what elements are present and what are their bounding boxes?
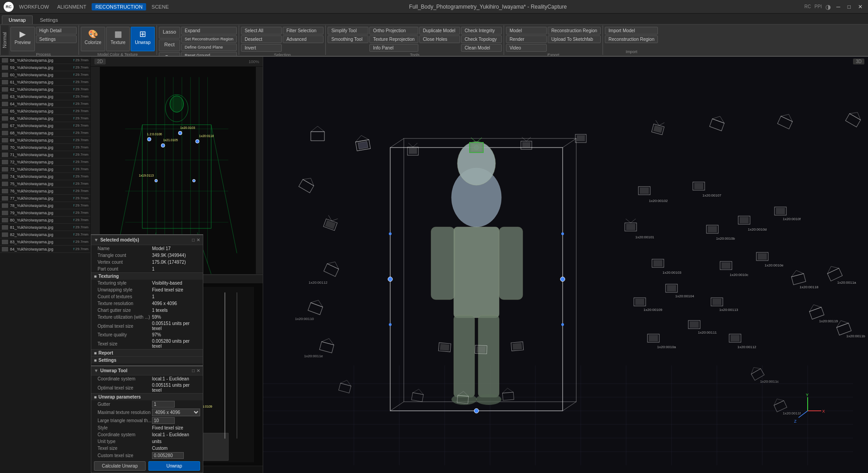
unwrap-execute-button[interactable]: Unwrap	[148, 461, 200, 471]
set-reconstruction-button[interactable]: Set Reconstruction Region	[181, 35, 237, 43]
image-list-item[interactable]: 82_YukhiroIwayama.jpg f 29.7mm	[0, 231, 90, 238]
colorize-button[interactable]: 🎨 Colorize	[81, 27, 106, 51]
ortho-projection-button[interactable]: Ortho Projection	[369, 27, 418, 34]
svg-rect-207	[512, 343, 522, 350]
view-3d-panel[interactable]: 3D	[263, 57, 868, 473]
svg-rect-109	[471, 144, 481, 151]
selection-group: Select All Deselect Invert Filter Select…	[239, 25, 326, 55]
check-topology-button[interactable]: Check Topology	[461, 35, 502, 43]
large-triangle-input[interactable]	[152, 417, 175, 424]
image-list-item[interactable]: 77_YukhiroIwayama.jpg f 29.7mm	[0, 195, 90, 202]
lasso-button[interactable]: Lasso	[159, 27, 180, 39]
svg-text:1x20:0011c: 1x20:0011c	[760, 379, 779, 384]
image-list-item[interactable]: 80_YukhiroIwayama.jpg f 29.7mm	[0, 217, 90, 224]
image-list-item[interactable]: 66_YukhiroIwayama.jpg f 29.7mm	[0, 115, 90, 122]
info-panel-button[interactable]: Info Panel	[369, 44, 418, 52]
image-list-item[interactable]: 81_YukhiroIwayama.jpg f 29.7mm	[0, 224, 90, 231]
gutter-input[interactable]	[152, 401, 175, 408]
reconstruction-region-export-button[interactable]: Reconstruction Region	[548, 27, 601, 34]
define-ground-button[interactable]: Define Ground Plane	[181, 44, 237, 51]
model-panel-restore[interactable]: □	[192, 237, 195, 242]
duplicate-model-button[interactable]: Duplicate Model	[419, 27, 460, 34]
report-section-header[interactable]: ■ Report	[91, 349, 203, 356]
image-list-item[interactable]: 68_YukhiroIwayama.jpg f 29.7mm	[0, 129, 90, 137]
texture-resolution-select[interactable]: 4096 x 4096	[152, 409, 200, 416]
unwrap-tool-close[interactable]: ✕	[196, 368, 200, 373]
image-list-item[interactable]: 76_YukhiroIwayama.jpg f 29.7mm	[0, 187, 90, 195]
close-holes-button[interactable]: Close Holes	[419, 35, 460, 43]
upload-sketchfab-button[interactable]: Upload To Sketchfab	[548, 35, 601, 43]
svg-rect-107	[409, 148, 417, 154]
image-list-item[interactable]: 71_YukhiroIwayama.jpg f 29.7mm	[0, 151, 90, 158]
tab-unwrap[interactable]: Unwrap	[2, 15, 33, 24]
menu-scene[interactable]: SCENE	[149, 3, 172, 10]
tab-settings[interactable]: Settings	[34, 16, 64, 24]
image-list-item[interactable]: 70_YukhiroIwayama.jpg f 29.7mm	[0, 144, 90, 151]
image-list-item[interactable]: 60_YukhiroIwayama.jpg f 29.7mm	[0, 71, 90, 79]
texture-button[interactable]: ▦ Texture	[106, 27, 130, 51]
simplify-tool-button[interactable]: Simplify Tool	[328, 27, 368, 34]
image-list-item[interactable]: 78_YukhiroIwayama.jpg f 29.7mm	[0, 202, 90, 209]
clean-model-button[interactable]: Clean Model	[461, 44, 502, 52]
theme-toggle[interactable]: ◑	[825, 3, 831, 10]
svg-rect-155	[740, 217, 749, 223]
image-list-item[interactable]: 69_YukhiroIwayama.jpg f 29.7mm	[0, 137, 90, 144]
calculate-unwrap-button[interactable]: Calculate Unwrap	[94, 461, 146, 471]
image-list-item[interactable]: 75_YukhiroIwayama.jpg f 29.7mm	[0, 180, 90, 187]
svg-point-16	[170, 96, 184, 112]
select-all-button[interactable]: Select All	[241, 27, 282, 34]
image-list-item[interactable]: 72_YukhiroIwayama.jpg f 29.7mm	[0, 158, 90, 166]
image-list-item[interactable]: 61_YukhiroIwayama.jpg f 29.7mm	[0, 79, 90, 86]
texturing-section-header[interactable]: ■ Texturing	[91, 272, 203, 280]
minimize-button[interactable]: ─	[834, 4, 842, 10]
filter-selection-button[interactable]: Filter Selection	[283, 27, 324, 34]
menu-workflow[interactable]: WORKFLOW	[16, 3, 52, 10]
image-list-item[interactable]: 65_YukhiroIwayama.jpg f 29.7mm	[0, 108, 90, 115]
reconstruction-region-import-button[interactable]: Reconstruction Region	[605, 35, 658, 43]
toolbar: Unwrap Settings Normal ▶ Preview High De…	[0, 14, 868, 57]
image-list-item[interactable]: 62_YukhiroIwayama.jpg f 29.7mm	[0, 86, 90, 93]
image-list-item[interactable]: 74_YukhiroIwayama.jpg f 29.7mm	[0, 173, 90, 180]
image-list-item[interactable]: 63_YukhiroIwayama.jpg f 29.7mm	[0, 93, 90, 100]
model-panel-close[interactable]: ✕	[196, 237, 200, 242]
expand-button[interactable]: Expand	[181, 27, 237, 34]
maximize-button[interactable]: □	[846, 4, 853, 10]
svg-text:1.2:0.0106: 1.2:0.0106	[147, 133, 162, 136]
preview-button[interactable]: ▶ Preview	[10, 27, 35, 51]
advanced-button[interactable]: Advanced	[283, 35, 324, 43]
invert-button[interactable]: Invert	[241, 44, 282, 52]
custom-texel-size-input[interactable]	[152, 452, 184, 459]
settings-section-header[interactable]: ■ Settings	[91, 356, 203, 364]
video-button[interactable]: Video	[506, 44, 547, 52]
menu-alignment[interactable]: ALIGNMENT	[54, 3, 89, 10]
image-list-item[interactable]: 58_YukhiroIwayama.jpg f 29.7mm	[0, 57, 90, 64]
image-list-item[interactable]: 73_YukhiroIwayama.jpg f 29.7mm	[0, 166, 90, 173]
image-list-item[interactable]: 84_YukhiroIwayama.jpg f 29.7mm	[0, 246, 90, 253]
menu-reconstruction[interactable]: RECONSTRUCTION	[92, 3, 146, 10]
image-list-item[interactable]: 79_YukhiroIwayama.jpg f 29.7mm	[0, 209, 90, 217]
unwrap-params-header[interactable]: ■ Unwrap parameters	[91, 393, 203, 400]
rect-button[interactable]: Rect	[159, 39, 180, 51]
reset-ground-button[interactable]: Reset Ground	[181, 52, 237, 56]
settings-button[interactable]: Settings	[36, 35, 77, 43]
unwrap-tool-restore[interactable]: □	[192, 368, 195, 373]
svg-text:1x20:0010b: 1x20:0010b	[716, 236, 735, 241]
close-button[interactable]: ✕	[856, 4, 864, 10]
svg-rect-164	[635, 299, 644, 305]
image-list-item[interactable]: 67_YukhiroIwayama.jpg f 29.7mm	[0, 122, 90, 129]
smoothing-tool-button[interactable]: Smoothing Tool	[328, 35, 368, 43]
import-model-button[interactable]: Import Model	[605, 27, 658, 34]
render-button[interactable]: Render	[506, 35, 547, 43]
image-list-item[interactable]: 59_YukhiroIwayama.jpg f 29.7mm	[0, 64, 90, 71]
box-button[interactable]: Box	[159, 52, 180, 56]
check-integrity-button[interactable]: Check Integrity	[461, 27, 502, 34]
deselect-button[interactable]: Deselect	[241, 35, 282, 43]
unwrap-button[interactable]: ⊞ Unwrap	[131, 27, 154, 51]
main-area: 58_YukhiroIwayama.jpg f 29.7mm 59_Yukhir…	[0, 57, 868, 473]
texture-reprojection-button[interactable]: Texture Reprojection	[369, 35, 418, 43]
svg-rect-146	[694, 183, 703, 189]
image-list-item[interactable]: 64_YukhiroIwayama.jpg f 29.7mm	[0, 100, 90, 108]
high-detail-button[interactable]: High Detail	[36, 27, 77, 34]
model-button[interactable]: Model	[506, 27, 547, 34]
image-list-item[interactable]: 83_YukhiroIwayama.jpg f 29.7mm	[0, 238, 90, 246]
